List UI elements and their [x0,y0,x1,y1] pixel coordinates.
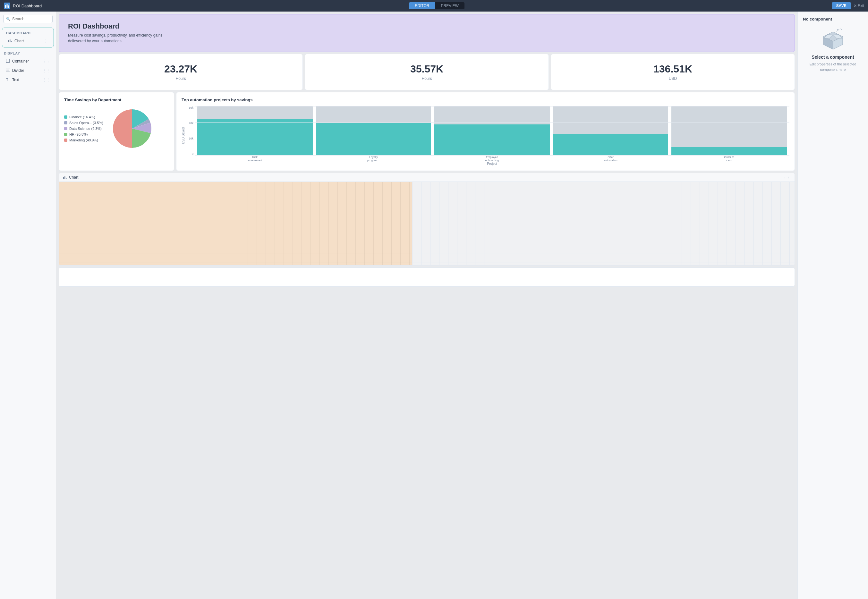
chart-placeholder-label: Chart [69,175,78,179]
dashboard-section-header: DASHBOARD [2,29,54,36]
container-icon [6,59,10,64]
divider-icon [6,68,10,73]
sidebar-item-divider[interactable]: Divider ⋮⋮ [2,66,54,75]
text-label: Text [12,78,19,82]
y-label-10k: 10k [188,137,193,140]
exit-button[interactable]: ✕ Exit [854,3,864,8]
sidebar-item-container[interactable]: Container ⋮⋮ [2,57,54,66]
dashboard-title: ROI Dashboard [68,22,785,30]
chart-placeholder-drag[interactable]: ⋮⋮ [783,175,791,179]
empty-box-icon [817,25,849,50]
svg-point-19 [838,30,839,30]
no-component-label: No component [803,17,863,21]
svg-rect-12 [65,176,65,179]
x-label-loyalty: Loyaltyprogram... [316,155,431,162]
y-axis-title: USD Saved [182,127,185,144]
chart-placeholder-title: Chart [63,175,78,179]
stat-value-0: 23.27K [164,63,197,75]
stat-card-0: 23.27K Hours [59,54,303,90]
editor-tab[interactable]: EDITOR [409,2,435,9]
x-label-offer: Offerautomation [553,155,669,162]
drag-handle-chart[interactable]: ⋮⋮ [40,39,48,43]
grid-right [412,182,794,265]
y-label-20k: 20k [188,122,193,125]
legend-item-4: Marketing (49.9%) [64,138,103,142]
grid-peach [59,182,412,265]
svg-rect-6 [6,59,10,63]
sidebar-item-text[interactable]: T Text ⋮⋮ [2,75,54,84]
sidebar-item-chart[interactable]: Chart ⋮⋮ [4,36,52,45]
x-axis-title: Project [195,162,790,166]
legend-item-0: Finance (16.4%) [64,115,103,119]
chart-label: Chart [14,39,24,43]
bar-loyalty [316,106,431,155]
text-icon: T [6,77,10,83]
bar-risk [197,106,313,155]
drag-handle-divider[interactable]: ⋮⋮ [42,68,50,73]
pie-chart-area: Finance (16.4%) Sales Opera... (3.5%) Da… [64,106,169,151]
search-box[interactable]: 🔍 [3,15,53,23]
stat-label-2: USD [669,76,677,81]
top-bar-right: SAVE ✕ Exit [832,2,864,9]
legend-label-0: Finance (16.4%) [69,115,95,119]
drag-handle-container[interactable]: ⋮⋮ [42,59,50,63]
svg-rect-1 [7,4,8,8]
bar-chart-icon [8,39,12,44]
pie-chart-svg [110,106,155,151]
preview-tab[interactable]: PREVIEW [435,2,464,9]
svg-point-20 [840,28,841,29]
svg-marker-23 [837,29,838,30]
display-section-header: DISPLAY [0,50,56,56]
legend-dot-3 [64,133,67,136]
chart-placeholder-header: Chart ⋮⋮ [59,173,794,182]
app-logo [4,3,10,9]
pie-chart-title: Time Savings by Department [64,98,169,102]
pie-legend: Finance (16.4%) Sales Opera... (3.5%) Da… [64,115,103,142]
container-label: Container [12,59,29,63]
y-label-30k: 30k [188,106,193,109]
search-input[interactable] [12,17,50,21]
svg-text:T: T [6,78,8,81]
bar-offer [553,106,669,155]
stat-card-1: 35.57K Hours [305,54,549,90]
right-sidebar: No component Select a component Edi [797,12,868,599]
x-label-risk: Riskassessment [197,155,313,162]
x-label-onboarding: Employeeonboarding [434,155,550,162]
svg-rect-0 [5,5,6,8]
legend-item-2: Data Science (9.3%) [64,126,103,131]
svg-line-22 [836,30,838,32]
dashboard-subtitle: Measure cost savings, productivity, and … [68,32,785,44]
svg-rect-5 [11,41,12,42]
main-layout: 🔍 DASHBOARD Chart ⋮⋮ [0,12,868,599]
legend-label-4: Marketing (49.9%) [69,138,98,142]
svg-rect-11 [63,177,64,179]
save-button[interactable]: SAVE [832,2,851,9]
editor-preview-toggle: EDITOR PREVIEW [409,2,464,9]
left-sidebar: 🔍 DASHBOARD Chart ⋮⋮ [0,12,56,599]
bar-chart-card: Top automation projects by savings USD S… [176,92,795,171]
top-bar-left: ROI Dashboard [4,3,42,9]
stat-value-2: 136.51K [653,63,692,75]
drag-handle-text[interactable]: ⋮⋮ [42,78,50,82]
top-bar: ROI Dashboard EDITOR PREVIEW SAVE ✕ Exit [0,0,868,12]
legend-dot-1 [64,121,67,125]
stat-label-0: Hours [175,76,186,81]
legend-label-3: HR (20.8%) [69,132,87,136]
bar-chart-title: Top automation projects by savings [182,98,790,102]
legend-dot-0 [64,116,67,119]
chart-placeholder-block: Chart ⋮⋮ [59,173,795,265]
display-section: DISPLAY Container ⋮⋮ [0,50,56,85]
legend-dot-4 [64,138,67,142]
x-label-order: Order tocash [671,155,787,162]
header-block: ROI Dashboard Measure cost savings, prod… [59,14,795,52]
select-component-title: Select a component [803,54,863,60]
main-canvas: ROI Dashboard Measure cost savings, prod… [56,12,797,599]
chart-placeholder-icon [63,175,67,179]
bar-onboarding [434,106,550,155]
chart-left-col [59,182,412,265]
chart-placeholder-body [59,182,794,265]
stats-row: 23.27K Hours 35.57K Hours 136.51K USD [59,54,795,90]
bar-order [671,106,787,155]
app-title: ROI Dashboard [13,3,42,8]
svg-rect-3 [8,40,9,42]
